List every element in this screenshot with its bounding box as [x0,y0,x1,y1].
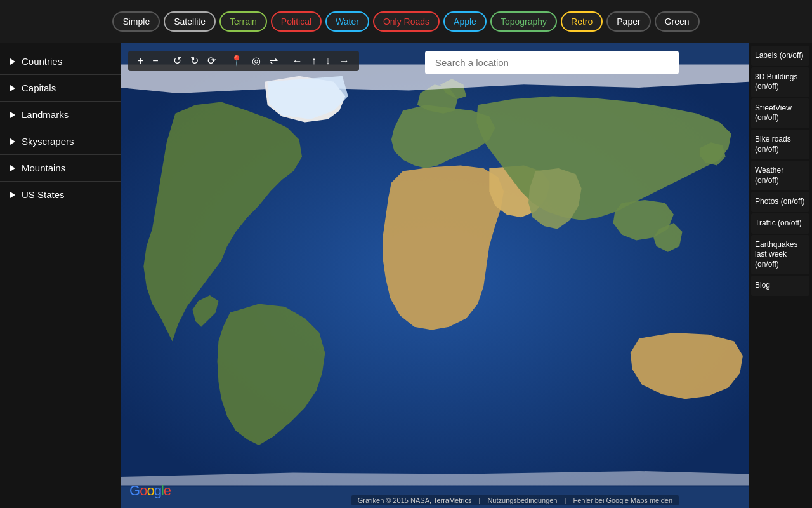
locate-button[interactable]: ◎ [249,55,264,67]
map-style-btn-political[interactable]: Political [271,11,322,32]
map-style-btn-simple[interactable]: Simple [112,11,160,32]
right-panel-btn-weather-on-off-[interactable]: Weather (on/off) [751,161,809,190]
sidebar-item-landmarks[interactable]: Landmarks [0,102,121,128]
right-panel-btn-traffic-on-off-[interactable]: Traffic (on/off) [751,213,809,234]
sidebar-item-label: Mountains [22,163,65,173]
sidebar-arrow-icon [10,192,15,198]
map-style-btn-only-roads[interactable]: Only Roads [373,11,440,32]
right-panel-btn-photos-on-off-[interactable]: Photos (on/off) [751,192,809,212]
sidebar-item-label: Landmarks [22,109,69,120]
search-input[interactable] [425,51,679,74]
sidebar-item-label: US States [22,189,65,200]
pan-left-button[interactable]: ← [289,55,306,67]
search-bar [425,51,679,74]
marker-button[interactable]: 📍 [227,55,246,67]
random-button[interactable]: ⇌ [266,55,281,67]
map-footer: Grafiken © 2015 NASA, TerraMetrics | Nut… [351,495,679,505]
zoom-out-button[interactable]: − [149,55,161,67]
reset-button[interactable]: ⟳ [204,55,219,67]
main-area: CountriesCapitalsLandmarksSkyscrapersMou… [0,43,812,508]
sidebar-item-label: Skyscrapers [22,136,74,147]
sidebar-item-countries[interactable]: Countries [0,48,121,75]
map-style-btn-apple[interactable]: Apple [443,11,487,32]
control-separator [166,55,166,67]
left-sidebar: CountriesCapitalsLandmarksSkyscrapersMou… [0,43,121,508]
pan-down-button[interactable]: ↓ [322,55,334,67]
right-panel-btn-earthquakes-last-week-on-off-[interactable]: Earthquakes last week (on/off) [751,235,809,275]
sidebar-item-capitals[interactable]: Capitals [0,75,121,102]
sidebar-item-label: Countries [22,56,62,67]
sidebar-arrow-icon [10,58,15,65]
top-bar: SimpleSatelliteTerrainPoliticalWaterOnly… [0,0,812,43]
map-background [121,43,749,508]
redo-button[interactable]: ↻ [187,55,202,67]
google-logo: Google [129,483,171,499]
sidebar-arrow-icon [10,138,15,145]
sidebar-arrow-icon [10,112,15,118]
right-panel-btn-labels-on-off-[interactable]: Labels (on/off) [751,46,809,66]
sidebar-item-us-states[interactable]: US States [0,182,121,208]
map-style-btn-paper[interactable]: Paper [606,11,650,32]
zoom-in-button[interactable]: + [134,55,147,67]
terms-link[interactable]: Nutzungsbedingungen [487,497,557,504]
map-style-btn-topography[interactable]: Topography [490,11,557,32]
map-style-btn-satellite[interactable]: Satellite [164,11,216,32]
map-style-btn-retro[interactable]: Retro [561,11,603,32]
error-report-link[interactable]: Fehler bei Google Maps melden [573,497,672,504]
right-panel-btn-blog[interactable]: Blog [751,276,809,296]
sidebar-item-label: Capitals [22,83,56,93]
map-style-btn-terrain[interactable]: Terrain [219,11,267,32]
world-map-svg [121,43,749,508]
sidebar-arrow-icon [10,85,15,91]
copyright-text: Grafiken © 2015 NASA, TerraMetrics [358,497,472,504]
right-panel-btn-streetview-on-off-[interactable]: StreetView (on/off) [751,98,809,128]
sidebar-item-mountains[interactable]: Mountains [0,155,121,182]
footer-separator-2: | [565,497,568,504]
right-panel-btn-bike-roads-on-off-[interactable]: Bike roads (on/off) [751,130,809,159]
map-style-btn-green[interactable]: Green [655,11,700,32]
pan-up-button[interactable]: ↑ [308,55,320,67]
control-separator-2 [223,55,223,67]
map-area[interactable]: + − ↺ ↻ ⟳ 📍 ◎ ⇌ ← ↑ ↓ → Google Grafiken … [121,43,749,508]
control-separator-3 [285,55,285,67]
footer-separator: | [478,497,482,504]
map-controls-bar: + − ↺ ↻ ⟳ 📍 ◎ ⇌ ← ↑ ↓ → [128,51,359,71]
pan-right-button[interactable]: → [336,55,353,67]
undo-button[interactable]: ↺ [170,55,185,67]
map-style-btn-water[interactable]: Water [325,11,369,32]
right-panel: Labels (on/off)3D Buildings (on/off)Stre… [749,43,812,508]
sidebar-arrow-icon [10,165,15,171]
right-panel-btn-3d-buildings-on-off-[interactable]: 3D Buildings (on/off) [751,67,809,97]
sidebar-item-skyscrapers[interactable]: Skyscrapers [0,128,121,155]
